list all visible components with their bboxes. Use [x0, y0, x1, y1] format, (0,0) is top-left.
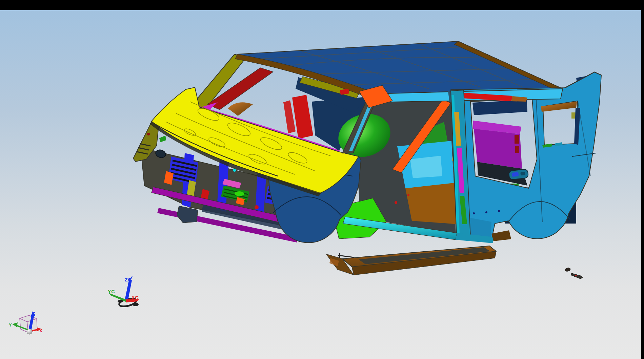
- small-part-blob[interactable]: [565, 267, 571, 272]
- running-board[interactable]: [326, 246, 496, 275]
- firewall-brace-red[interactable]: [292, 95, 313, 139]
- floor-mark-red: [395, 201, 397, 204]
- suv-body-model[interactable]: [133, 41, 601, 275]
- datum-x-label: X: [39, 328, 42, 333]
- rear-opening-navy: [472, 100, 527, 115]
- floor-tunnel-brown[interactable]: [405, 183, 458, 224]
- cad-application-window: ZC YC XC Z Y X: [0, 0, 644, 359]
- floor-highlight: [410, 156, 442, 178]
- datum-csys[interactable]: Z Y X: [9, 311, 42, 334]
- radiator-bright-green: [235, 191, 244, 196]
- small-part-red-speck: [575, 275, 577, 276]
- door-handle-pocket[interactable]: [509, 169, 528, 180]
- scene-overlay: ZC YC XC Z Y X: [0, 0, 644, 359]
- wcs-y-label: YC: [108, 289, 115, 294]
- trim-maroon-bit-2: [515, 146, 519, 153]
- sensor-rod: [338, 255, 354, 257]
- rocker-rear-brown: [491, 230, 511, 241]
- small-part-dark-speck: [580, 276, 581, 278]
- loose-parts[interactable]: [565, 267, 583, 279]
- wcs-base-lump-2: [133, 303, 139, 306]
- small-part-sliver[interactable]: [571, 273, 583, 279]
- red-dot: [255, 205, 259, 209]
- apron-red-dot: [147, 133, 150, 135]
- datum-y-axis-head: [12, 322, 18, 327]
- wcs-z-label: ZC: [125, 277, 132, 282]
- wcs-x-label: XC: [132, 295, 139, 300]
- datum-y-label: Y: [9, 322, 12, 328]
- apron-green-tick: [159, 135, 166, 142]
- trim-maroon-bit: [515, 135, 519, 144]
- wcs-triad[interactable]: ZC YC XC: [108, 276, 139, 308]
- floor-mark-red-2: [407, 194, 409, 196]
- datum-origin-sphere[interactable]: [27, 329, 32, 334]
- datum-z-label: Z: [33, 311, 35, 316]
- cowl-copper-bracket[interactable]: [228, 102, 253, 116]
- wcs-y-axis-arrow[interactable]: [109, 293, 126, 302]
